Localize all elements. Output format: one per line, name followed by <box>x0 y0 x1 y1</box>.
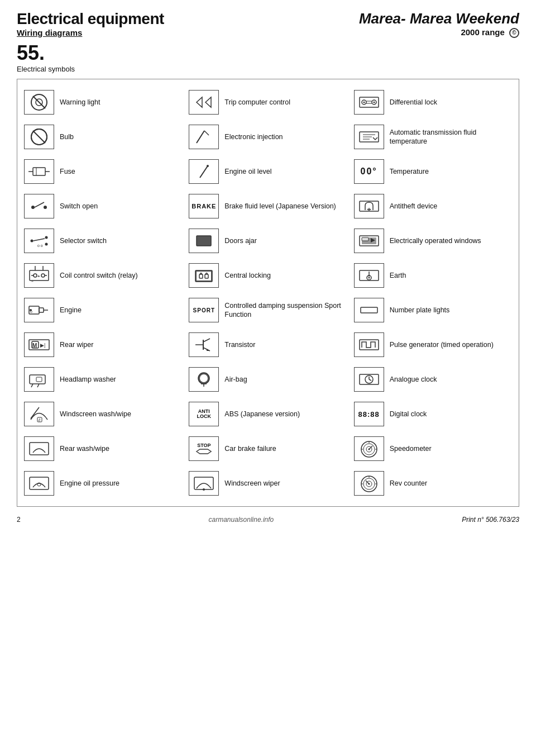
list-item: Antitheft device <box>351 189 515 224</box>
svg-text:+: + <box>37 274 40 279</box>
range-info: 2000 range © <box>359 27 519 38</box>
svg-point-15 <box>45 243 48 246</box>
main-title: Electrical equipment <box>17 10 164 28</box>
temperature-icon: 00° <box>354 159 384 184</box>
svg-rect-6 <box>33 168 45 175</box>
elec-windows-label: Electrically operated windows <box>390 236 481 245</box>
list-item: 00° Temperature <box>351 154 515 189</box>
list-item: M ▶| Rear wiper <box>21 327 185 362</box>
engine-icon: o <box>24 298 54 322</box>
doors-ajar-icon <box>189 229 219 253</box>
earth-label: Earth <box>390 271 406 280</box>
windscreen-wash-label: Windscreen wash/wipe <box>60 410 131 419</box>
svg-rect-39 <box>36 377 42 382</box>
list-item: Headlamp washer <box>21 362 185 397</box>
digital-clock-icon: 88:88 <box>354 402 384 426</box>
list-item: Fuse <box>21 154 185 189</box>
header: Electrical equipment Wiring diagrams Mar… <box>17 10 519 38</box>
central-locking-label: Central locking <box>224 271 271 280</box>
pulse-generator-label: Pulse generator (timed operation) <box>390 340 494 349</box>
svg-rect-68 <box>360 97 379 107</box>
number-plate-lights-icon <box>354 298 384 322</box>
svg-line-94 <box>369 379 371 381</box>
transistor-icon <box>189 332 219 357</box>
car-brake-failure-label: Car brake failure <box>224 444 276 453</box>
list-item: Bulb <box>21 120 185 154</box>
svg-marker-45 <box>197 97 202 107</box>
svg-rect-83 <box>362 237 368 241</box>
engine-oil-pressure-label: Engine oil pressure <box>60 479 119 488</box>
selector-switch-icon: o o <box>24 229 54 253</box>
svg-point-11 <box>44 206 47 209</box>
coil-relay-icon: + ÷ <box>24 263 54 288</box>
electronic-injection-icon <box>189 125 219 149</box>
svg-rect-36 <box>30 375 45 384</box>
svg-point-72 <box>373 102 375 103</box>
symbols-grid: Warning light Bulb <box>21 85 515 501</box>
car-brake-failure-icon: STOP <box>189 436 219 461</box>
fuse-icon <box>24 159 54 184</box>
list-item: Doors ajar <box>185 224 350 258</box>
list-item: Air-bag <box>185 362 350 397</box>
header-left: Electrical equipment Wiring diagrams <box>17 10 164 37</box>
svg-point-107 <box>368 483 370 485</box>
svg-line-4 <box>33 131 45 143</box>
symbols-table: Warning light Bulb <box>17 79 519 507</box>
list-item: Trip computer control <box>185 85 350 120</box>
stop-text: STOP <box>197 443 210 448</box>
header-right: Marea- Marea Weekend 2000 range © <box>359 10 519 38</box>
rev-counter-label: Rev counter <box>390 479 427 488</box>
svg-line-48 <box>204 131 209 135</box>
rev-counter-icon <box>354 471 384 496</box>
page-number: 2 <box>17 516 21 524</box>
analogue-clock-label: Analogue clock <box>390 375 437 384</box>
list-item: 88:88 Digital clock <box>351 397 515 431</box>
temperature-label: Temperature <box>390 167 429 176</box>
svg-rect-28 <box>39 308 44 312</box>
svg-rect-90 <box>360 340 379 350</box>
list-item: Switch open <box>21 189 185 224</box>
list-item: BRAKE Brake fluid level (Japanese Versio… <box>185 189 350 224</box>
list-item: Analogue clock <box>351 362 515 397</box>
headlamp-washer-icon <box>24 367 54 392</box>
svg-point-63 <box>200 374 208 382</box>
col-3: Differential lock Automatic transmission <box>351 85 515 501</box>
svg-point-67 <box>203 488 205 491</box>
list-item: ANTI LOCK ABS (Japanese version) <box>185 397 350 431</box>
col-1: Warning light Bulb <box>21 85 185 501</box>
elec-windows-icon <box>354 229 384 253</box>
air-bag-icon <box>189 367 219 392</box>
svg-text:÷: ÷ <box>31 279 34 283</box>
svg-line-1 <box>33 96 45 108</box>
svg-point-19 <box>34 274 37 277</box>
engine-label: Engine <box>60 306 82 315</box>
fuse-label: Fuse <box>60 167 75 176</box>
svg-marker-46 <box>205 97 211 107</box>
switch-open-label: Switch open <box>60 202 98 211</box>
section-number: 55. <box>17 41 519 65</box>
svg-line-59 <box>203 339 210 342</box>
sport-icon: SPORT <box>189 298 219 322</box>
list-item: Transistor <box>185 327 350 362</box>
air-bag-label: Air-bag <box>224 375 247 384</box>
engine-oil-level-label: Engine oil level <box>224 167 271 176</box>
brake-text: BRAKE <box>192 203 216 210</box>
earth-icon <box>354 263 384 288</box>
list-item: Electronic injection <box>185 120 350 154</box>
bulb-icon <box>24 125 54 149</box>
transistor-label: Transistor <box>224 340 255 349</box>
list-item: Number plate lights <box>351 293 515 327</box>
list-item: Automatic transmission fluid temperature <box>351 120 515 154</box>
svg-point-71 <box>363 102 365 103</box>
svg-marker-61 <box>207 349 210 351</box>
svg-line-16 <box>34 239 45 241</box>
list-item: Speedometer <box>351 431 515 466</box>
list-item: STOP Car brake failure <box>185 431 350 466</box>
footer: 2 carmanualsonline.info Print n° 506.763… <box>17 516 519 524</box>
antitheft-label: Antitheft device <box>390 202 437 211</box>
selector-switch-label: Selector switch <box>60 236 107 245</box>
svg-point-20 <box>41 274 45 277</box>
list-item: Differential lock <box>351 85 515 120</box>
abs-lock-text: LOCK <box>197 414 212 419</box>
trip-computer-icon <box>189 90 219 115</box>
